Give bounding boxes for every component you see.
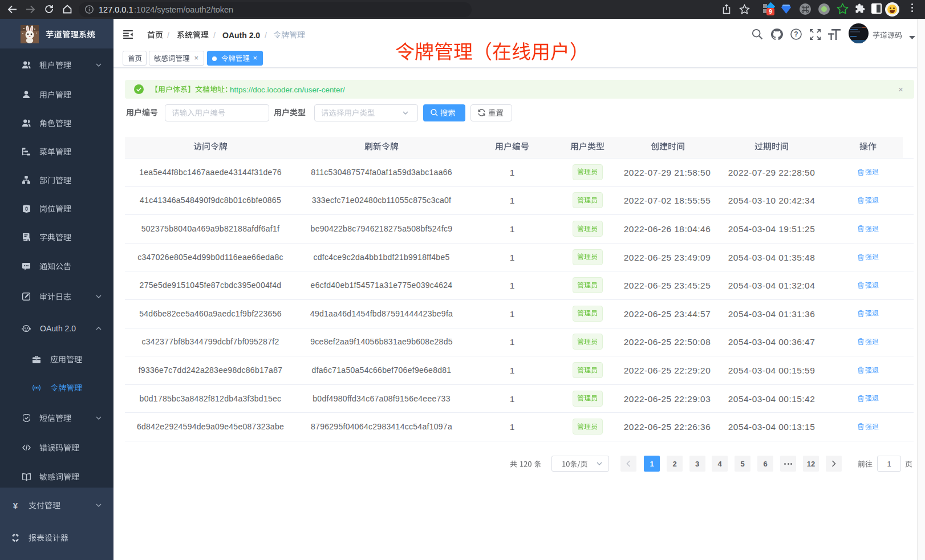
- svg-text:?: ?: [794, 30, 798, 38]
